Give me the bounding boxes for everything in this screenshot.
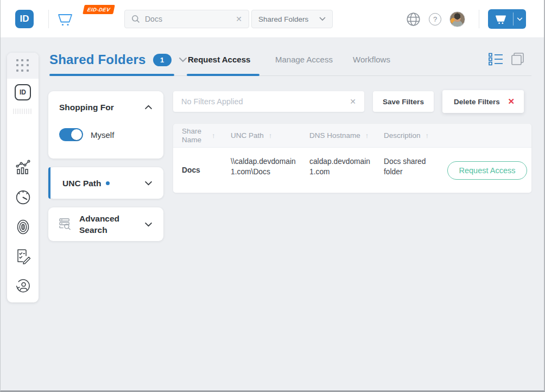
gauge-icon	[15, 189, 31, 206]
search-icon	[131, 15, 140, 23]
cart-button-icon[interactable]	[488, 14, 513, 25]
cell-actions: Request Access	[443, 148, 531, 193]
column-header-description[interactable]: Description ↑	[375, 124, 443, 147]
card-view-toggle-icon[interactable]	[510, 52, 525, 67]
chevron-down-icon[interactable]	[144, 222, 153, 227]
chevron-down-icon	[319, 17, 326, 21]
shopping-for-card: Shopping For Myself	[48, 91, 163, 159]
app-launcher-grid-icon[interactable]	[7, 53, 39, 79]
cell-description: Docs shared folder	[375, 148, 438, 193]
column-label: Description	[384, 131, 421, 140]
applied-filters-text: No Filters Applied	[181, 97, 350, 106]
column-header-actions	[443, 124, 531, 147]
unc-path-header[interactable]: UNC Path	[48, 167, 163, 199]
tab-workflows[interactable]: Workflows	[353, 55, 390, 64]
column-header-share-name[interactable]: Share Name ↑	[173, 124, 222, 147]
shopping-for-title: Shopping For	[59, 102, 144, 113]
advanced-search-card: Advanced Search	[48, 207, 163, 241]
table-header-row: Share Name ↑ UNC Path ↑ DNS Hostname ↑ D…	[173, 124, 531, 148]
user-avatar[interactable]	[449, 11, 465, 27]
column-header-dns-hostname[interactable]: DNS Hostname ↑	[301, 124, 375, 147]
save-filters-button[interactable]: Save Filters	[373, 91, 434, 112]
list-view-toggle-icon[interactable]	[489, 53, 504, 66]
main-content: ID	[1, 38, 544, 390]
applied-filters-bar: No Filters Applied ✕	[173, 91, 364, 112]
sidebar-item-authentication[interactable]	[7, 218, 39, 236]
chevron-down-icon[interactable]	[144, 181, 153, 186]
sort-asc-icon: ↑	[365, 131, 369, 140]
filter-active-dot	[106, 181, 110, 185]
chevron-up-icon[interactable]	[144, 105, 153, 110]
sidebar-item-tasks[interactable]	[7, 248, 39, 265]
search-input[interactable]	[145, 15, 231, 23]
myself-toggle[interactable]	[59, 128, 83, 141]
table-row[interactable]: Docs \\caldap.devdomain1.com\Docs caldap…	[173, 148, 531, 193]
column-header-unc-path[interactable]: UNC Path ↑	[222, 124, 301, 147]
column-label: UNC Path	[231, 131, 264, 140]
cart-dropdown-chevron-icon[interactable]	[514, 17, 526, 21]
shopping-for-header[interactable]: Shopping For	[48, 91, 163, 123]
sidebar-item-reports[interactable]	[7, 159, 39, 175]
search-clear-icon[interactable]: ✕	[236, 15, 242, 23]
user-redo-icon	[15, 277, 31, 294]
unc-path-card: UNC Path	[48, 167, 163, 199]
language-globe-icon[interactable]	[406, 12, 421, 27]
active-tab-underline	[187, 74, 259, 76]
bar-chart-icon	[15, 159, 31, 175]
results-table: Share Name ↑ UNC Path ↑ DNS Hostname ↑ D…	[173, 124, 531, 193]
sort-asc-icon: ↑	[269, 131, 272, 140]
title-chevron-down-icon[interactable]	[179, 57, 187, 62]
sort-asc-icon: ↑	[212, 131, 216, 140]
sort-asc-icon: ↑	[426, 131, 429, 140]
title-underline	[49, 74, 174, 76]
sidebar-placeholder-dashes	[13, 109, 33, 114]
column-label: DNS Hostname	[309, 131, 360, 140]
top-bar: ID EID-DEV ✕ Shared Folders	[1, 0, 544, 38]
delete-x-icon[interactable]: ✕	[508, 97, 515, 106]
fingerprint-icon	[15, 218, 31, 236]
cell-dns-hostname: caldap.devdomain1.com	[301, 148, 375, 193]
cart-nav-icon[interactable]	[56, 10, 74, 28]
app-logo[interactable]: ID	[15, 10, 34, 28]
search-category-value: Shared Folders	[258, 15, 315, 23]
task-list-edit-icon	[15, 248, 31, 265]
request-access-button[interactable]: Request Access	[447, 161, 528, 180]
result-count-badge: 1	[153, 54, 172, 66]
cart-split-button[interactable]	[488, 9, 526, 29]
search-box[interactable]: ✕	[124, 10, 249, 28]
environment-badge: EID-DEV	[83, 5, 115, 14]
sidebar-item-delegation[interactable]	[7, 277, 39, 294]
unc-path-title: UNC Path	[62, 178, 101, 189]
clear-filters-icon[interactable]: ✕	[350, 98, 356, 105]
topbar-divider	[48, 10, 49, 28]
topbar-divider	[479, 10, 479, 28]
help-icon[interactable]: ?	[429, 13, 441, 26]
side-nav: ID	[7, 53, 39, 302]
advanced-search-header[interactable]: Advanced Search	[48, 207, 163, 241]
sidebar-item-dashboard[interactable]	[7, 189, 39, 206]
delete-filters-button[interactable]: Delete Filters ✕	[442, 90, 524, 113]
tab-manage-access[interactable]: Manage Access	[275, 55, 333, 64]
advanced-search-title: Advanced Search	[79, 213, 144, 236]
column-label: Share Name	[182, 127, 207, 144]
advanced-search-icon	[59, 218, 72, 230]
delete-filters-label: Delete Filters	[454, 98, 500, 106]
page-header: Shared Folders 1	[49, 52, 187, 67]
search-category-select[interactable]: Shared Folders	[251, 10, 333, 28]
cell-unc-path: \\caldap.devdomain1.com\Docs	[222, 148, 301, 193]
tab-request-access[interactable]: Request Access	[188, 55, 250, 64]
sidebar-item-identity[interactable]: ID	[7, 84, 39, 100]
active-filter-accent	[48, 167, 50, 199]
app-window: ID EID-DEV ✕ Shared Folders	[0, 0, 545, 392]
page-title: Shared Folders	[49, 52, 146, 67]
shopping-for-toggle-row: Myself	[59, 128, 114, 141]
cell-share-name: Docs	[173, 148, 222, 193]
myself-toggle-label: Myself	[91, 130, 114, 140]
id-badge-icon: ID	[15, 84, 31, 100]
